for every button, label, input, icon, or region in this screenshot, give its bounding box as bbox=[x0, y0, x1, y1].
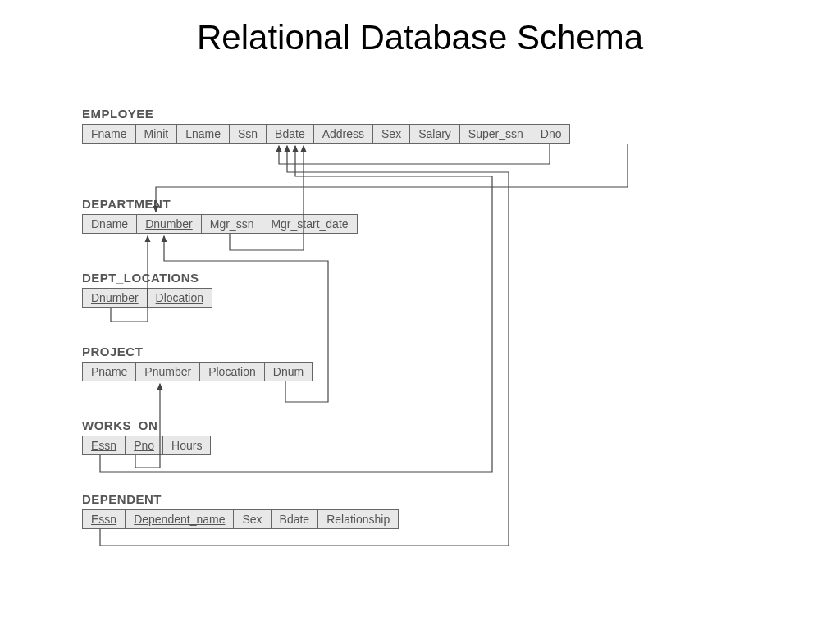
col-dlocation: Dlocation bbox=[147, 288, 212, 308]
col-bdate: Bdate bbox=[266, 124, 314, 144]
table-name: PROJECT bbox=[82, 345, 313, 358]
col-address: Address bbox=[313, 124, 373, 144]
table-dependent: DEPENDENT Essn Dependent_name Sex Bdate … bbox=[82, 492, 399, 529]
col-pnumber: Pnumber bbox=[135, 362, 200, 381]
col-minit: Minit bbox=[135, 124, 178, 144]
table-department: DEPARTMENT Dname Dnumber Mgr_ssn Mgr_sta… bbox=[82, 197, 358, 234]
col-pno: Pno bbox=[125, 436, 163, 455]
table-name: DEPT_LOCATIONS bbox=[82, 271, 212, 285]
col-hours: Hours bbox=[162, 436, 211, 455]
page-title: Relational Database Schema bbox=[0, 18, 840, 57]
col-mgr-ssn: Mgr_ssn bbox=[201, 214, 263, 234]
table-name: EMPLOYEE bbox=[82, 107, 570, 121]
table-dept-locations: DEPT_LOCATIONS Dnumber Dlocation bbox=[82, 271, 212, 308]
table-name: DEPARTMENT bbox=[82, 197, 358, 211]
col-ssn: Ssn bbox=[229, 124, 267, 144]
col-dependent-name: Dependent_name bbox=[125, 509, 234, 529]
col-sex: Sex bbox=[372, 124, 410, 144]
col-mgr-start-date: Mgr_start_date bbox=[262, 214, 357, 234]
col-dnumber: Dnumber bbox=[82, 288, 148, 308]
col-dnum: Dnum bbox=[264, 362, 313, 381]
col-plocation: Plocation bbox=[199, 362, 265, 381]
col-dname: Dname bbox=[82, 214, 137, 234]
col-sex: Sex bbox=[233, 509, 271, 529]
col-lname: Lname bbox=[176, 124, 230, 144]
table-name: WORKS_ON bbox=[82, 418, 211, 432]
col-relationship: Relationship bbox=[317, 509, 399, 529]
col-pname: Pname bbox=[82, 362, 136, 381]
col-bdate: Bdate bbox=[271, 509, 319, 529]
col-dnumber: Dnumber bbox=[136, 214, 202, 234]
col-super-ssn: Super_ssn bbox=[459, 124, 532, 144]
col-salary: Salary bbox=[409, 124, 460, 144]
table-employee: EMPLOYEE Fname Minit Lname Ssn Bdate Add… bbox=[82, 107, 570, 144]
col-essn: Essn bbox=[82, 509, 126, 529]
table-name: DEPENDENT bbox=[82, 492, 399, 506]
col-dno: Dno bbox=[532, 124, 571, 144]
col-fname: Fname bbox=[82, 124, 136, 144]
table-works-on: WORKS_ON Essn Pno Hours bbox=[82, 418, 211, 455]
table-project: PROJECT Pname Pnumber Plocation Dnum bbox=[82, 345, 313, 381]
col-essn: Essn bbox=[82, 436, 126, 455]
